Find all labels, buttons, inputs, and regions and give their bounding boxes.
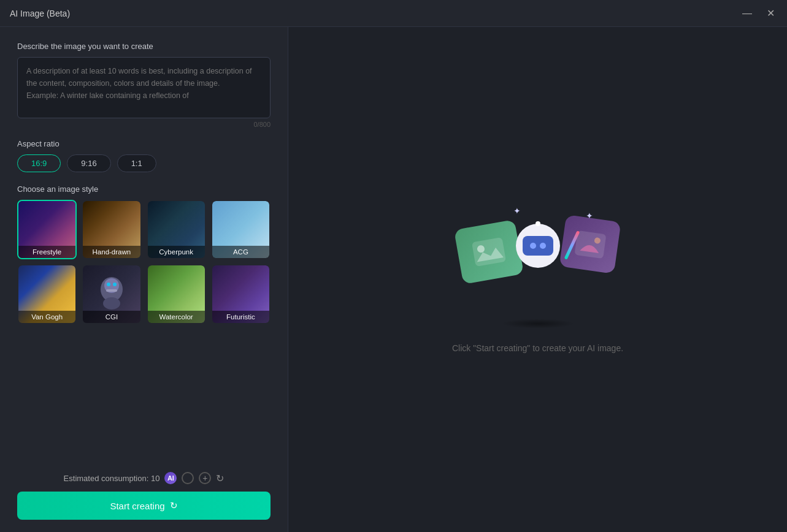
style-label: Choose an image style	[17, 184, 271, 194]
consumption-text: Estimated consumption: 10	[64, 474, 160, 483]
close-button[interactable]: ✕	[764, 6, 777, 21]
start-creating-refresh-icon: ↻	[170, 500, 178, 511]
svg-rect-6	[471, 237, 505, 267]
main-content: Describe the image you want to create 0/…	[0, 27, 787, 532]
robot-eye-right	[540, 243, 546, 249]
svg-point-3	[113, 283, 117, 286]
title-bar: AI Image (Beta) — ✕	[0, 0, 787, 27]
refresh-icon[interactable]: ↻	[216, 473, 224, 484]
style-grid: Freestyle Hand-drawn Cyberpunk ACG	[17, 200, 271, 324]
illus-card-right	[559, 215, 621, 274]
ring-icon	[182, 472, 194, 484]
robot-face	[523, 236, 553, 256]
title-bar-controls: — ✕	[740, 6, 777, 21]
style-section: Choose an image style Freestyle Hand-dra…	[17, 184, 271, 324]
robot-head	[516, 224, 560, 268]
minimize-button[interactable]: —	[740, 6, 754, 21]
char-count: 0/800	[17, 121, 271, 128]
robot-eye-left	[530, 243, 536, 249]
description-textarea[interactable]	[17, 57, 271, 118]
consumption-row: Estimated consumption: 10 AI + ↻	[17, 472, 271, 484]
robot-dot-top	[536, 221, 540, 226]
ai-icon: AI	[164, 472, 177, 484]
sparkle-2: ✦	[513, 206, 521, 216]
style-item-watercolor[interactable]: Watercolor	[147, 264, 206, 324]
aspect-btn-16-9[interactable]: 16:9	[17, 154, 61, 172]
style-label-futuristic: Futuristic	[212, 311, 269, 323]
style-item-acg[interactable]: ACG	[211, 200, 271, 259]
aspect-ratio-section: Aspect ratio 16:9 9:16 1:1	[17, 139, 271, 172]
aspect-btn-9-16[interactable]: 9:16	[67, 154, 110, 172]
start-creating-button[interactable]: Start creating ↻	[17, 492, 271, 520]
aspect-buttons: 16:9 9:16 1:1	[17, 154, 271, 172]
style-label-vangogh: Van Gogh	[18, 311, 75, 323]
style-item-freestyle[interactable]: Freestyle	[17, 200, 77, 259]
style-label-freestyle: Freestyle	[18, 246, 75, 258]
aspect-btn-1-1[interactable]: 1:1	[117, 154, 156, 172]
cgi-illustration	[96, 276, 127, 313]
svg-point-5	[103, 297, 120, 310]
right-panel-placeholder: Click "Start creating" to create your AI…	[452, 343, 623, 353]
bottom-bar: Estimated consumption: 10 AI + ↻ Start c…	[17, 462, 271, 520]
style-item-handdrawn[interactable]: Hand-drawn	[82, 200, 141, 259]
style-item-futuristic[interactable]: Futuristic	[211, 264, 271, 324]
svg-rect-4	[106, 289, 117, 292]
illus-robot	[510, 212, 566, 279]
app-window: AI Image (Beta) — ✕ Describe the image y…	[0, 0, 787, 532]
style-label-acg: ACG	[212, 246, 269, 258]
shadow-ellipse	[501, 319, 575, 329]
sparkle-1: ✦	[586, 211, 593, 221]
style-label-cgi: CGI	[83, 311, 140, 323]
left-panel: Describe the image you want to create 0/…	[0, 27, 288, 532]
style-label-cyberpunk: Cyberpunk	[148, 246, 205, 258]
window-title: AI Image (Beta)	[10, 9, 70, 18]
svg-point-2	[107, 283, 110, 286]
plus-icon: +	[199, 472, 211, 484]
right-panel: ✦ ✦ Click "Start creating" to create you…	[288, 27, 787, 532]
style-label-handdrawn: Hand-drawn	[83, 246, 140, 258]
style-item-vangogh[interactable]: Van Gogh	[17, 264, 77, 324]
style-item-cyberpunk[interactable]: Cyberpunk	[147, 200, 206, 259]
style-item-cgi[interactable]: CGI	[82, 264, 141, 324]
aspect-ratio-label: Aspect ratio	[17, 139, 271, 148]
style-label-watercolor: Watercolor	[148, 311, 205, 323]
describe-label: Describe the image you want to create	[17, 42, 271, 51]
start-creating-label: Start creating	[110, 501, 164, 511]
illustration: ✦ ✦	[458, 206, 618, 329]
